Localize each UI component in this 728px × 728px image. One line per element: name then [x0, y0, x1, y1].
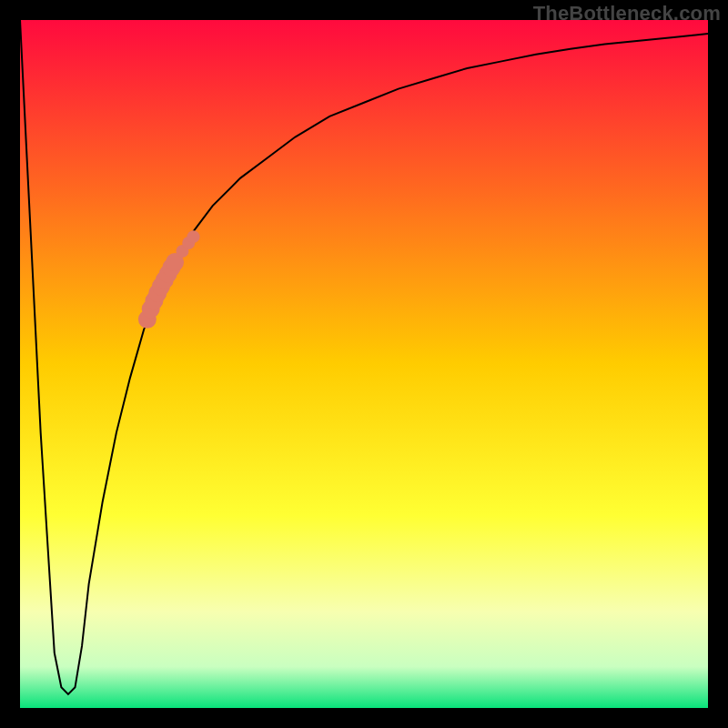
plot-area	[20, 20, 708, 708]
gradient-background	[20, 20, 708, 708]
chart-container: TheBottleneck.com	[0, 0, 728, 728]
svg-rect-0	[20, 20, 708, 708]
